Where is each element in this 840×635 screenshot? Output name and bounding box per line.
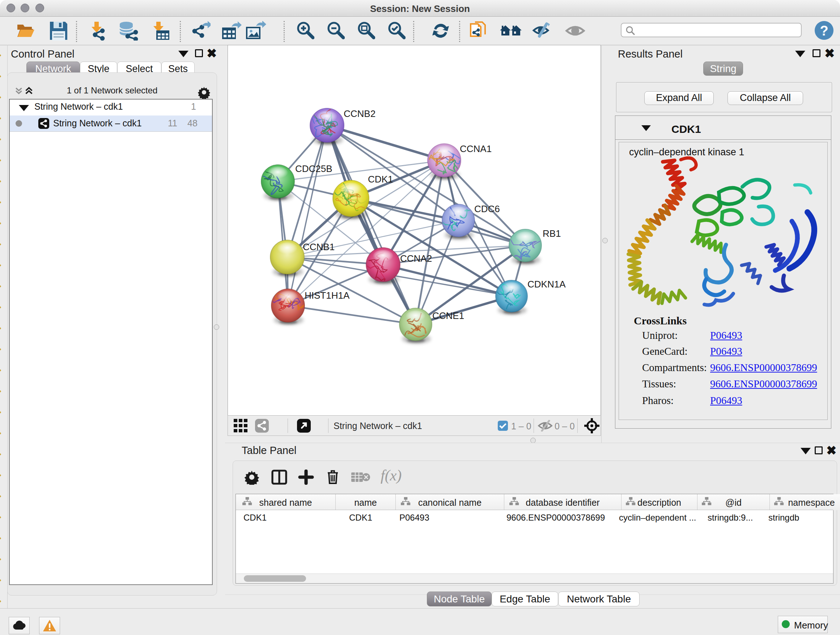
svg-text:CDKN1A: CDKN1A xyxy=(527,279,566,290)
svg-text:CCNA2: CCNA2 xyxy=(400,253,432,264)
svg-text:RB1: RB1 xyxy=(543,228,561,239)
svg-text:CCNB2: CCNB2 xyxy=(344,108,376,119)
svg-text:CCNE1: CCNE1 xyxy=(432,310,464,321)
svg-text:HIST1H1A: HIST1H1A xyxy=(305,290,350,301)
svg-text:CDC6: CDC6 xyxy=(474,203,500,214)
svg-text:CDC25B: CDC25B xyxy=(295,163,332,174)
svg-text:CDK1: CDK1 xyxy=(368,174,393,185)
svg-text:?: ? xyxy=(820,23,828,38)
svg-text:CCNB1: CCNB1 xyxy=(303,241,335,252)
svg-text:CCNA1: CCNA1 xyxy=(460,143,492,154)
